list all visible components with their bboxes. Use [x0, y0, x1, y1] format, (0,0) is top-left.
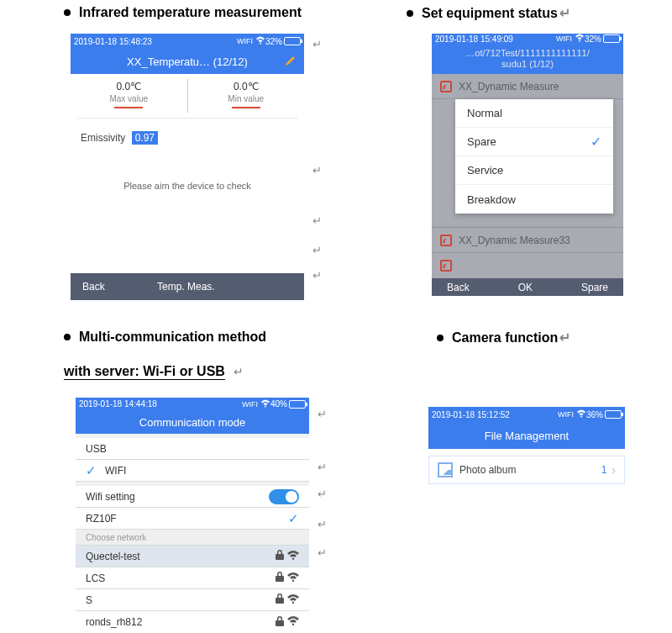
edit-icon[interactable] — [284, 54, 297, 70]
battery-icon — [603, 34, 620, 43]
status-time: 2019-01-18 15:48:23 — [74, 37, 152, 46]
bullet-icon — [64, 9, 71, 16]
image-icon — [438, 462, 453, 477]
wifi-icon — [576, 409, 586, 419]
underline-icon — [114, 107, 143, 108]
option-breakdown[interactable]: Breakdow — [455, 185, 613, 214]
emissivity-row: Emissivity 0.97 — [71, 119, 304, 157]
heading-text: Infrared temperature measurement — [79, 5, 302, 20]
network-row[interactable]: S — [76, 589, 309, 611]
return-mark-icon: ↵ — [318, 461, 327, 473]
mode-usb[interactable]: USB — [76, 438, 309, 460]
album-count: 1 — [601, 464, 607, 476]
lock-icon — [276, 572, 284, 584]
status-time: 2019-01-18 14:44:18 — [79, 399, 157, 409]
status-popup: Normal Spare ✓ Service Breakdow — [455, 99, 613, 214]
network-row[interactable]: Quectel-test — [76, 546, 309, 567]
back-button[interactable]: Back — [447, 282, 470, 293]
warning-icon — [440, 260, 452, 272]
wifi-signal-icon — [287, 616, 299, 628]
wifi-signal-icon — [287, 551, 299, 562]
option-normal[interactable]: Normal — [455, 99, 613, 128]
heading-text: Multi-communication method — [79, 330, 266, 345]
paragraph-mark-icon: ↵ — [234, 365, 244, 378]
emissivity-label: Emissivity — [81, 132, 125, 144]
battery-icon — [605, 410, 622, 419]
network-row[interactable]: ronds_rh812 — [76, 611, 309, 633]
return-mark-icon: ↵ — [318, 546, 327, 559]
row-label: XX_Dynamic Measure — [459, 81, 559, 92]
status-bar: 2019-01-18 15:12:52 WIFI 36% — [428, 407, 625, 422]
status-time: 2019-01-18 15:12:52 — [432, 410, 510, 419]
battery-icon — [289, 400, 306, 409]
ok-button[interactable]: OK — [518, 282, 533, 293]
mode-wifi[interactable]: ✓ WIFI — [76, 460, 309, 482]
return-mark-icon: ↵ — [312, 164, 322, 177]
screen-title: Communication mode — [139, 416, 245, 429]
return-mark-icon: ↵ — [318, 488, 327, 500]
screenshot-infrared: 2019-01-18 15:48:23 WIFI 32% XX_Temperat… — [71, 34, 304, 300]
footer-bar: Back Temp. Meas. — [71, 273, 304, 300]
return-mark-icon: ↵ — [312, 38, 322, 50]
wifi-current-row[interactable]: RZ10F ✓ — [76, 508, 309, 530]
wifi-toggle[interactable] — [269, 489, 299, 504]
measure-row[interactable]: XX_Dynamic Measure33 — [432, 228, 623, 253]
subheading-text: with server: Wi-Fi or USB — [64, 364, 225, 380]
battery-pct: 32% — [265, 37, 282, 46]
status-bar: 2019-01-18 15:49:09 WIFI 32% — [432, 34, 623, 44]
heading-infrared: Infrared temperature measurement — [64, 5, 302, 20]
underline-icon — [232, 107, 260, 108]
wifi-label: WIFI — [237, 37, 253, 45]
chevron-right-icon: › — [612, 463, 616, 477]
footer-bar: Back OK Spare — [432, 278, 623, 296]
wifi-icon — [260, 399, 270, 409]
breadcrumb: …ot/712Test/1111111111111/ sudu1 (1/12) — [432, 44, 623, 74]
lock-icon — [276, 616, 284, 629]
screen-title: File Management — [485, 430, 569, 442]
heading-status: Set equipment status ↵ — [407, 5, 570, 21]
status-bar: 2019-01-18 14:44:18 WIFI 40% — [76, 398, 309, 411]
return-mark-icon: ↵ — [318, 518, 327, 530]
check-icon: ✓ — [288, 511, 299, 526]
warning-icon — [440, 81, 452, 92]
bullet-icon — [64, 334, 71, 340]
min-label: Min value — [188, 94, 305, 103]
option-service[interactable]: Service — [455, 156, 613, 185]
wifi-label: WIFI — [558, 410, 574, 419]
check-icon: ✓ — [86, 463, 97, 478]
lock-icon — [276, 550, 284, 562]
measure-row-partial[interactable] — [432, 253, 623, 278]
emissivity-value[interactable]: 0.97 — [132, 131, 158, 145]
wifi-signal-icon — [287, 572, 299, 584]
option-spare[interactable]: Spare ✓ — [455, 128, 613, 156]
return-mark-icon: ↵ — [318, 408, 327, 420]
heading-text: Set equipment status — [422, 6, 558, 21]
lock-icon — [276, 593, 284, 606]
wifi-setting-row[interactable]: Wifi setting — [76, 486, 309, 508]
battery-pct: 36% — [586, 410, 603, 419]
row-label: XX_Dynamic Measure33 — [459, 235, 570, 246]
measure-row[interactable]: XX_Dynamic Measure — [432, 74, 623, 99]
screenshot-status: 2019-01-18 15:49:09 WIFI 32% …ot/712Test… — [432, 34, 623, 296]
choose-network-header: Choose network — [76, 530, 309, 546]
warning-icon — [440, 235, 452, 246]
max-label: Max value — [71, 94, 187, 103]
photo-album-row[interactable]: Photo album 1 › — [428, 456, 625, 484]
paragraph-mark-icon: ↵ — [559, 5, 570, 21]
title-bar: XX_Temperatu… (12/12) — [71, 49, 304, 74]
temperature-readout: 0.0℃ Max value 0.0℃ Min value — [71, 74, 304, 118]
hint-text: Please aim the device to check — [71, 157, 304, 208]
return-mark-icon: ↵ — [312, 214, 322, 227]
network-row[interactable]: LCS — [76, 567, 309, 589]
min-value: 0.0℃ — [188, 81, 305, 92]
screenshot-camera: 2019-01-18 15:12:52 WIFI 36% File Manage… — [428, 407, 625, 508]
battery-pct: 40% — [270, 399, 287, 409]
bullet-icon — [437, 335, 444, 341]
spare-button[interactable]: Spare — [581, 282, 608, 293]
wifi-signal-icon — [287, 594, 299, 606]
bullet-icon — [407, 10, 413, 17]
return-mark-icon: ↵ — [312, 244, 322, 256]
wifi-label: WIFI — [242, 400, 258, 409]
battery-pct: 32% — [585, 34, 601, 44]
title-bar: Communication mode — [76, 411, 309, 435]
